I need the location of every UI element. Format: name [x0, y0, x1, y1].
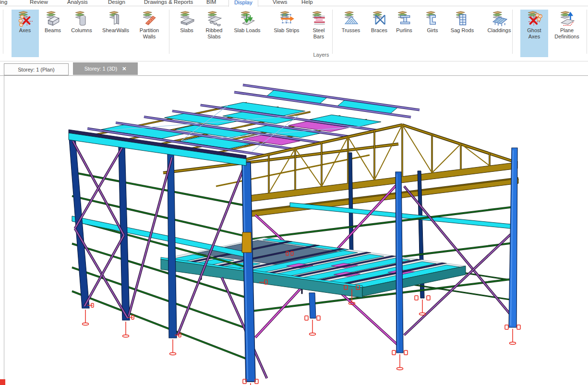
ribbon-button-sag-rods[interactable]: Sag Rods	[447, 10, 477, 57]
ribbon-button-columns[interactable]: Columns	[68, 10, 96, 57]
close-tab-icon[interactable]: ✕	[122, 66, 126, 72]
view-tab-storey-1-3d[interactable]: Storey: 1 (3D)✕	[73, 62, 138, 75]
column-icon	[73, 11, 90, 27]
svg-text:1: 1	[20, 20, 22, 22]
shearwall-icon	[108, 11, 124, 27]
ribbon-group-separator	[587, 10, 587, 54]
ribbon-button-label: Slab Strips	[274, 27, 299, 34]
ribbon-button-trusses[interactable]: Trusses	[337, 10, 364, 57]
ribbon-group-separator	[169, 10, 169, 54]
ribbon-button-axes[interactable]: 010Axes	[12, 10, 39, 57]
ribbon-button-shearwalls[interactable]: ShearWalls	[98, 10, 133, 57]
ribbon-button-beams[interactable]: Beams	[40, 10, 66, 57]
menu-item-help[interactable]: Help	[301, 0, 313, 6]
ribbon-button-slab-strips[interactable]: Slab Strips	[269, 10, 304, 57]
view-tab-label: Storey: 1 (3D)	[84, 66, 117, 72]
view-tab-storey-1-plan[interactable]: Storey: 1 (Plan)	[4, 63, 69, 75]
ribbon-button-label: Braces	[371, 27, 387, 34]
ribbon-button-braces[interactable]: Braces	[367, 10, 392, 57]
ribbon-button-steel-bars[interactable]: Steel Bars	[308, 10, 330, 57]
axes-icon: 010	[17, 11, 33, 27]
menu-item-review[interactable]: Review	[30, 0, 48, 6]
girt-icon	[424, 11, 441, 27]
canvas-left-border	[4, 76, 4, 379]
ribbon-button-ghost-axes[interactable]: 000Ghost Axes	[520, 10, 548, 57]
view-tab-label: Storey: 1 (Plan)	[18, 67, 54, 72]
menu-item-design[interactable]: Design	[108, 0, 125, 6]
menu-item-ing[interactable]: ing	[0, 0, 7, 6]
ribbon-button-label: Axes	[19, 27, 31, 34]
ribbon-button-label: Ribbed Slabs	[204, 27, 224, 39]
ribbon-button-label: Claddings	[488, 27, 511, 34]
menu-item-display[interactable]: Display	[228, 0, 258, 7]
ribbon-button-label: Trusses	[342, 27, 360, 34]
slab-loads-icon	[239, 11, 255, 27]
menu-bar: ingReviewAnalysisDesignDrawings & Report…	[0, 0, 588, 6]
slab-icon	[179, 11, 195, 27]
brace-icon	[371, 11, 387, 27]
ribbon-button-label: Beams	[45, 27, 61, 34]
svg-text:0: 0	[21, 24, 22, 26]
ribbon-button-label: Ghost Axes	[524, 27, 544, 39]
menu-item-views[interactable]: Views	[273, 0, 287, 6]
ribbon-button-label: Partition Walls	[137, 27, 161, 39]
ribbon-button-label: Girts	[427, 27, 438, 34]
truss-icon	[343, 11, 359, 27]
svg-text:0: 0	[22, 15, 23, 18]
ribbon-layers-panel: Layers 010Axes Beams Columns ShearWalls …	[0, 6, 588, 61]
ribbon-button-label: Steel Bars	[310, 27, 327, 39]
svg-text:0: 0	[537, 14, 538, 16]
ribbon-button-label: Slabs	[180, 27, 193, 34]
ribbon-group-separator	[3, 10, 3, 54]
ribbon-button-label: Sag Rods	[451, 27, 474, 34]
ribbon-button-label: Purlins	[396, 27, 412, 34]
svg-text:0: 0	[540, 15, 541, 17]
cladding-icon	[491, 11, 507, 27]
plane-definitions-icon	[559, 11, 575, 27]
steel-structure-3d-model	[0, 76, 588, 385]
ribbon-button-partition-walls[interactable]: Partition Walls	[134, 10, 164, 57]
steel-bars-icon	[311, 11, 327, 27]
menu-item-bim[interactable]: BIM	[206, 0, 216, 6]
ribbon-button-slab-loads[interactable]: Slab Loads	[230, 10, 264, 57]
viewport-3d[interactable]	[0, 75, 588, 385]
ghost-axes-icon: 000	[526, 11, 542, 27]
slab-strips-icon	[278, 11, 295, 27]
ribbed-slab-icon	[206, 11, 222, 27]
ribbon-button-ribbed-slabs[interactable]: Ribbed Slabs	[202, 10, 227, 57]
svg-text:0: 0	[538, 18, 540, 21]
ribbon-button-label: Plane Definitions	[551, 27, 583, 39]
red-corner-marker	[0, 379, 5, 385]
menu-item-analysis[interactable]: Analysis	[67, 0, 88, 6]
view-tab-bar: Storey: 1 (Plan)Storey: 1 (3D)✕	[0, 61, 588, 75]
ribbon-button-girts[interactable]: Girts	[422, 10, 443, 57]
ribbon-button-label: Columns	[71, 27, 92, 34]
ribbon-button-slabs[interactable]: Slabs	[175, 10, 198, 57]
beam-icon	[45, 11, 61, 27]
ribbon-button-purlins[interactable]: Purlins	[392, 10, 417, 57]
ribbon-button-label: Slab Loads	[234, 27, 260, 34]
app-window: { "menu": { "items": [ {"label": "ing", …	[0, 0, 588, 385]
menu-item-drawings-reports[interactable]: Drawings & Reports	[144, 0, 193, 6]
ribbon-group-separator	[332, 10, 333, 54]
ribbon-button-plane-definitions[interactable]: Plane Definitions	[549, 10, 585, 57]
ribbon-button-label: ShearWalls	[102, 27, 129, 34]
partition-wall-icon	[141, 11, 157, 27]
purlin-icon	[396, 11, 412, 27]
sag-rods-icon	[454, 11, 470, 27]
ribbon-button-claddings[interactable]: Claddings	[483, 10, 516, 57]
